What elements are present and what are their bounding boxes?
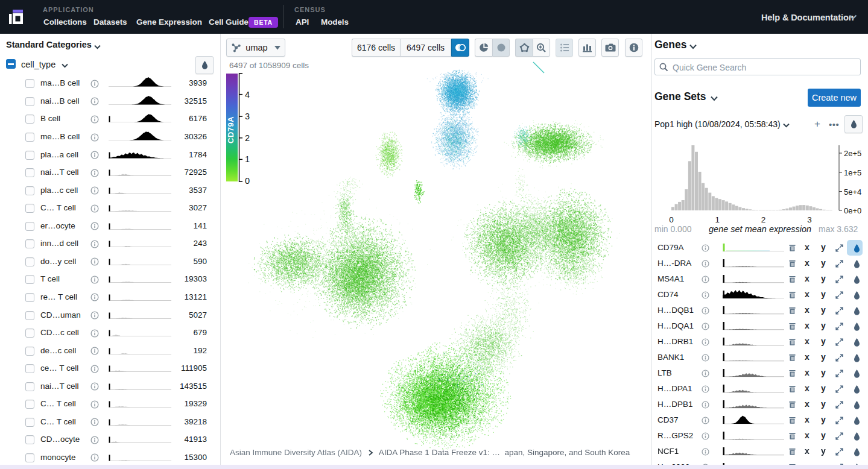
svg-text:2: 2 — [761, 215, 766, 224]
svg-text:2e+5: 2e+5 — [844, 149, 861, 158]
svg-text:1: 1 — [715, 215, 720, 224]
svg-text:0e+0: 0e+0 — [844, 206, 861, 215]
svg-text:1e+5: 1e+5 — [844, 168, 861, 177]
svg-text:3: 3 — [807, 215, 812, 224]
svg-text:5e+4: 5e+4 — [844, 187, 861, 197]
svg-text:0: 0 — [669, 215, 674, 224]
